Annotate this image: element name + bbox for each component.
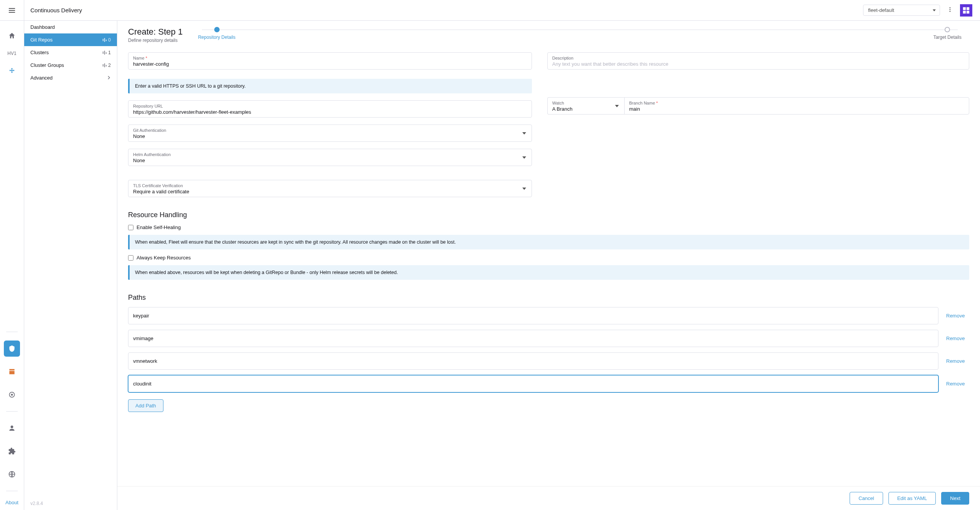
svg-rect-6 <box>967 10 969 13</box>
svg-rect-18 <box>104 63 105 67</box>
nav-rail: HV1 A <box>0 21 24 510</box>
hamburger-menu[interactable] <box>0 0 24 20</box>
keep-resources-banner: When enabled above, resources will be ke… <box>128 265 969 280</box>
branch-input[interactable] <box>629 106 964 112</box>
tls-select[interactable]: TLS Certificate Verification Require a v… <box>128 180 532 197</box>
svg-point-9 <box>11 425 13 428</box>
svg-point-2 <box>950 11 951 12</box>
kebab-menu[interactable] <box>947 7 953 14</box>
svg-point-0 <box>950 7 951 8</box>
path-input[interactable] <box>133 358 933 364</box>
next-button[interactable]: Next <box>941 492 969 505</box>
rail-extensions-icon[interactable] <box>4 443 20 459</box>
name-input[interactable] <box>133 61 527 67</box>
sidenav: Dashboard Git Repos 0 Clusters 1 Cluster… <box>24 21 117 510</box>
add-path-button[interactable]: Add Path <box>128 399 163 412</box>
sidenav-label: Git Repos <box>30 37 53 43</box>
description-field[interactable]: Description <box>547 52 969 70</box>
svg-rect-13 <box>106 40 107 41</box>
step-dot-icon <box>945 27 950 32</box>
rail-about-link[interactable]: About <box>5 500 18 505</box>
path-row: Remove <box>128 330 969 347</box>
name-field[interactable]: Name * <box>128 52 532 70</box>
chevron-right-icon <box>107 75 111 81</box>
self-healing-input[interactable] <box>128 225 133 230</box>
rail-marketplace-icon[interactable] <box>4 364 20 380</box>
rail-diagnostic-icon[interactable] <box>4 387 20 403</box>
path-input[interactable] <box>133 336 933 341</box>
resource-handling-title: Resource Handling <box>128 211 969 219</box>
svg-rect-14 <box>103 51 103 54</box>
remove-path-link[interactable]: Remove <box>946 381 969 387</box>
svg-point-1 <box>950 9 951 10</box>
rail-cluster-icon[interactable] <box>4 63 20 79</box>
version-label: v2.8.4 <box>30 501 43 506</box>
namespace-selector[interactable]: fleet-default <box>863 5 940 16</box>
stepper: Repository Details Target Details <box>198 27 962 40</box>
rail-user-icon[interactable] <box>4 420 20 436</box>
description-input[interactable] <box>552 61 964 67</box>
self-healing-checkbox[interactable]: Enable Self-Healing <box>128 224 969 230</box>
sidenav-label: Dashboard <box>30 24 55 30</box>
page-product-title: Continuous Delivery <box>30 7 82 13</box>
svg-rect-16 <box>106 52 107 54</box>
rail-home-icon[interactable] <box>4 28 20 44</box>
cancel-button[interactable]: Cancel <box>850 492 883 505</box>
sidenav-item-clustergroups[interactable]: Cluster Groups 2 <box>24 59 117 71</box>
path-row: Remove <box>128 307 969 324</box>
avatar[interactable] <box>960 4 972 17</box>
path-input[interactable] <box>133 313 933 319</box>
branch-field[interactable]: Branch Name * <box>624 97 969 115</box>
rail-cluster-label[interactable]: HV1 <box>7 51 16 56</box>
sidenav-item-advanced[interactable]: Advanced <box>24 71 117 84</box>
svg-rect-12 <box>104 38 105 42</box>
footer-actions: Cancel Edit as YAML Next <box>117 486 980 510</box>
path-field[interactable] <box>128 352 938 370</box>
sidenav-label: Advanced <box>30 75 53 81</box>
svg-rect-4 <box>967 7 969 10</box>
path-field[interactable] <box>128 330 938 347</box>
remove-path-link[interactable]: Remove <box>946 336 969 341</box>
helm-auth-select[interactable]: Helm Authentication None <box>128 149 532 166</box>
sidenav-item-gitrepos[interactable]: Git Repos 0 <box>24 33 117 46</box>
paths-title: Paths <box>128 294 969 302</box>
rail-continuous-delivery-icon[interactable] <box>4 341 20 357</box>
sidenav-badge: 0 <box>103 37 111 43</box>
keep-resources-checkbox[interactable]: Always Keep Resources <box>128 255 969 261</box>
rail-global-icon[interactable] <box>4 466 20 482</box>
svg-rect-15 <box>104 51 105 55</box>
remove-path-link[interactable]: Remove <box>946 313 969 319</box>
edit-yaml-button[interactable]: Edit as YAML <box>888 492 936 505</box>
sidenav-badge: 1 <box>103 50 111 55</box>
sidenav-label: Clusters <box>30 50 49 55</box>
namespace-value: fleet-default <box>868 7 894 13</box>
main-content: Create: Step 1 Define repository details… <box>117 21 980 510</box>
repo-url-input[interactable] <box>133 109 527 115</box>
keep-resources-input[interactable] <box>128 255 133 261</box>
step-target-details[interactable]: Target Details <box>933 27 962 40</box>
sidenav-item-clusters[interactable]: Clusters 1 <box>24 46 117 59</box>
self-healing-banner: When enabled, Fleet will ensure that the… <box>128 235 969 249</box>
url-banner: Enter a valid HTTPS or SSH URL to a git … <box>128 79 532 93</box>
path-field[interactable] <box>128 307 938 324</box>
path-field[interactable] <box>128 375 938 392</box>
topbar: Continuous Delivery fleet-default <box>0 0 980 21</box>
svg-rect-17 <box>103 64 103 66</box>
svg-rect-5 <box>963 10 966 13</box>
sidenav-badge: 2 <box>103 63 111 68</box>
svg-rect-3 <box>963 7 966 10</box>
sidenav-item-dashboard[interactable]: Dashboard <box>24 21 117 33</box>
svg-point-8 <box>11 394 13 396</box>
step-dot-icon <box>214 27 220 32</box>
git-auth-select[interactable]: Git Authentication None <box>128 125 532 142</box>
path-input[interactable] <box>133 381 933 387</box>
step-repository-details[interactable]: Repository Details <box>198 27 235 40</box>
repo-url-field[interactable]: Repository URL <box>128 100 532 118</box>
watch-select[interactable]: Watch A Branch <box>547 97 624 115</box>
path-row: Remove <box>128 352 969 370</box>
svg-rect-19 <box>106 65 107 66</box>
remove-path-link[interactable]: Remove <box>946 358 969 364</box>
svg-rect-11 <box>103 39 103 41</box>
sidenav-label: Cluster Groups <box>30 62 64 68</box>
path-row: Remove <box>128 375 969 392</box>
